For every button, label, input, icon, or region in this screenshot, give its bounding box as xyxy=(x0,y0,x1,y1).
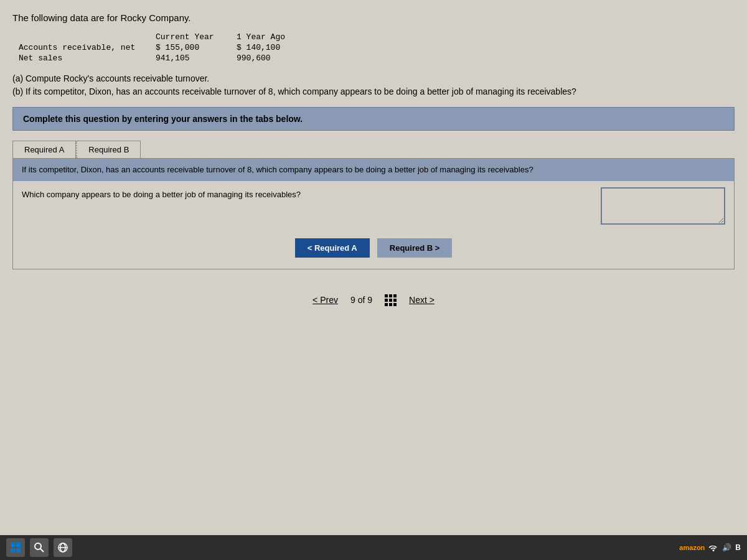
taskbar-search-icon[interactable] xyxy=(30,538,49,557)
answer-section: Which company appears to be doing a bett… xyxy=(13,181,734,269)
nav-buttons: < Required A Required B > xyxy=(22,233,725,263)
taskbar-letter-b[interactable]: B xyxy=(735,543,741,552)
btn-next-required-b[interactable]: Required B > xyxy=(377,238,453,258)
taskbar-volume-icon[interactable]: 🔊 xyxy=(722,543,731,552)
answer-label: Which company appears to be doing a bett… xyxy=(22,187,594,199)
col-header-prior: 1 Year Ago xyxy=(230,32,311,42)
complete-banner: Complete this question by entering your … xyxy=(12,107,735,131)
prev-link[interactable]: < Prev xyxy=(312,295,338,305)
tab-content-area: If its competitor, Dixon, has an account… xyxy=(12,158,735,269)
row-ar-current: $ 155,000 xyxy=(149,42,230,53)
btn-prev-required-a[interactable]: < Required A xyxy=(295,238,370,258)
row-ar-label: Accounts receivable, net xyxy=(12,42,149,53)
svg-line-5 xyxy=(40,549,44,552)
intro-text: The following data are for Rocky Company… xyxy=(12,12,735,23)
taskbar-start-icon[interactable] xyxy=(6,538,25,557)
question-header-bar: If its competitor, Dixon, has an account… xyxy=(13,159,734,181)
taskbar-browser-icon[interactable] xyxy=(54,538,72,557)
svg-point-4 xyxy=(35,543,41,549)
page-info: 9 of 9 xyxy=(350,295,372,305)
questions-section: (a) Compute Rocky's accounts receivable … xyxy=(12,72,735,98)
answer-row: Which company appears to be doing a bett… xyxy=(22,187,725,225)
next-link[interactable]: Next > xyxy=(409,295,435,305)
taskbar-amazon-icon[interactable]: amazon xyxy=(679,544,705,551)
question-a: (a) Compute Rocky's accounts receivable … xyxy=(12,72,735,85)
row-sales-prior: 990,600 xyxy=(230,53,311,63)
answer-input[interactable] xyxy=(601,187,725,225)
grid-icon xyxy=(385,294,397,306)
svg-rect-1 xyxy=(16,543,21,547)
tabs-section: Required A Required B If its competitor,… xyxy=(12,141,735,269)
svg-rect-0 xyxy=(11,543,15,547)
svg-rect-2 xyxy=(11,548,15,553)
taskbar: amazon 🔊 B xyxy=(0,535,747,560)
tabs-row: Required A Required B xyxy=(12,141,735,158)
row-ar-prior: $ 140,100 xyxy=(230,42,311,53)
data-table: Current Year 1 Year Ago Accounts receiva… xyxy=(12,32,735,63)
taskbar-right: amazon 🔊 B xyxy=(679,542,741,554)
row-sales-current: 941,105 xyxy=(149,53,230,63)
taskbar-wifi-icon[interactable] xyxy=(708,542,718,554)
question-b: (b) If its competitor, Dixon, has an acc… xyxy=(12,85,735,98)
col-header-current: Current Year xyxy=(149,32,230,42)
svg-rect-3 xyxy=(16,548,21,553)
bottom-nav: < Prev 9 of 9 Next > xyxy=(12,288,735,312)
tab-required-b[interactable]: Required B xyxy=(76,141,141,158)
tab-required-a[interactable]: Required A xyxy=(12,141,76,158)
row-sales-label: Net sales xyxy=(12,53,149,63)
